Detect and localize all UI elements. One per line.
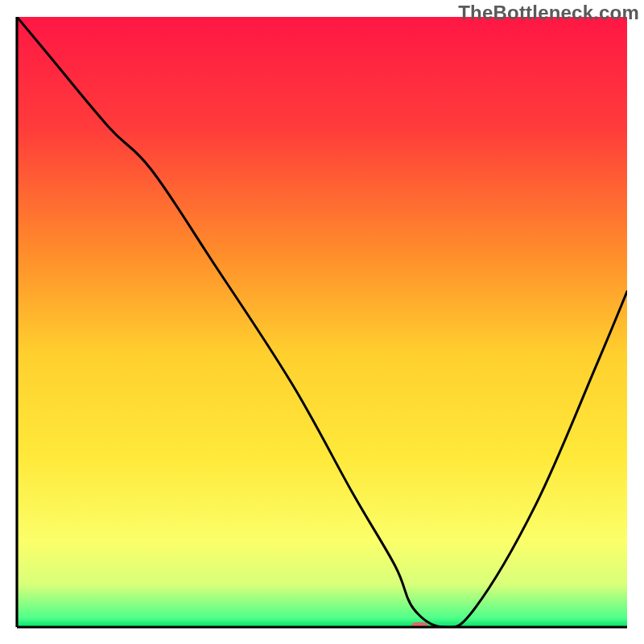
watermark-text: TheBottleneck.com (458, 2, 639, 24)
gradient-background (17, 17, 627, 627)
bottleneck-chart (0, 0, 644, 644)
chart-container: TheBottleneck.com (0, 0, 644, 644)
